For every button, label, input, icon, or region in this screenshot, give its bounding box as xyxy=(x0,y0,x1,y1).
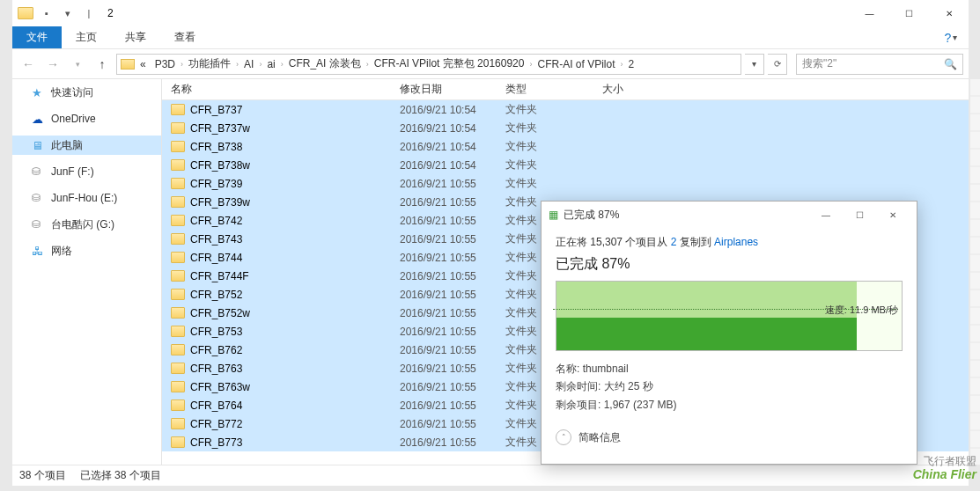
table-row[interactable]: CFR_B738w2016/9/21 10:54文件夹 xyxy=(162,156,969,174)
details-label: 简略信息 xyxy=(578,430,621,445)
copy-mid: 复制到 xyxy=(676,236,714,248)
file-name: CFR_B737w xyxy=(190,122,250,135)
sidebar-item-onedrive[interactable]: ☁OneDrive xyxy=(12,109,161,128)
info-label: 名称: xyxy=(556,363,583,375)
file-name: CFR_B772 xyxy=(190,418,242,430)
crumb[interactable]: CFR-AI VPilot 完整包 20160920 xyxy=(371,56,528,71)
chevron-right-icon: › xyxy=(366,60,369,69)
sidebar-item-disk-e[interactable]: ⛁JunF-Hou (E:) xyxy=(12,188,161,208)
folder-icon xyxy=(121,59,135,70)
navbar: ← → ▾ ↑ « P3D› 功能插件› AI› ai› CFR_AI 涂装包›… xyxy=(12,49,969,79)
details-toggle[interactable]: ˄ 简略信息 xyxy=(556,429,903,445)
sidebar-item-label: JunF-Hou (E:) xyxy=(51,192,117,204)
forward-button[interactable]: → xyxy=(42,54,63,75)
file-date: 2016/9/21 10:55 xyxy=(391,381,497,393)
copy-dest-link[interactable]: Airplanes xyxy=(714,236,758,248)
help-button[interactable]: ? ▾ xyxy=(933,26,969,48)
tab-view[interactable]: 查看 xyxy=(160,26,210,48)
folder-icon xyxy=(171,141,185,152)
file-date: 2016/9/21 10:55 xyxy=(391,289,497,301)
chevron-right-icon: › xyxy=(621,60,623,69)
background-strip xyxy=(970,79,980,465)
table-row[interactable]: CFR_B7392016/9/21 10:55文件夹 xyxy=(162,174,969,193)
help-icon: ? xyxy=(945,31,952,45)
tab-share[interactable]: 共享 xyxy=(111,26,160,48)
sidebar-item-disk-f[interactable]: ⛁JunF (F:) xyxy=(12,162,161,181)
qat-sep: | xyxy=(79,4,99,23)
ribbon: 文件 主页 共享 查看 ? ▾ xyxy=(12,26,969,49)
search-placeholder: 搜索"2" xyxy=(802,56,836,71)
folder-icon xyxy=(171,418,185,429)
table-row[interactable]: CFR_B7372016/9/21 10:54文件夹 xyxy=(162,100,969,119)
sidebar-item-quickaccess[interactable]: ★快速访问 xyxy=(12,83,161,102)
disk-icon: ⛁ xyxy=(32,192,46,204)
crumb[interactable]: ai xyxy=(263,58,278,70)
file-type: 文件夹 xyxy=(497,176,593,191)
address-bar[interactable]: « P3D› 功能插件› AI› ai› CFR_AI 涂装包› CFR-AI … xyxy=(116,54,741,75)
sidebar-item-label: 此电脑 xyxy=(51,138,83,153)
dialog-maximize[interactable]: ☐ xyxy=(843,203,876,226)
qat-dropdown[interactable]: ▾ xyxy=(58,4,77,23)
sidebar-item-thispc[interactable]: 🖥此电脑 xyxy=(12,136,161,155)
sidebar-item-disk-g[interactable]: ⛁台电酷闪 (G:) xyxy=(12,215,161,234)
status-selected: 已选择 38 个项目 xyxy=(80,468,161,483)
table-row[interactable]: CFR_B7382016/9/21 10:54文件夹 xyxy=(162,137,969,156)
col-size[interactable]: 大小 xyxy=(593,79,699,99)
file-date: 2016/9/21 10:55 xyxy=(391,307,497,319)
col-type[interactable]: 类型 xyxy=(497,79,593,99)
dialog-info: 名称: thumbnail 剩余时间: 大约 25 秒 剩余项目: 1,967 … xyxy=(556,360,903,414)
folder-icon xyxy=(171,104,185,115)
file-name: CFR_B743 xyxy=(190,233,242,246)
table-row[interactable]: CFR_B737w2016/9/21 10:54文件夹 xyxy=(162,119,969,137)
file-date: 2016/9/21 10:55 xyxy=(391,270,497,282)
chevron-right-icon: › xyxy=(281,60,284,69)
col-name[interactable]: 名称 xyxy=(162,79,391,99)
file-name: CFR_B752w xyxy=(190,307,250,319)
file-name: CFR_B753 xyxy=(190,326,242,338)
file-type: 文件夹 xyxy=(497,158,593,172)
maximize-button[interactable]: ☐ xyxy=(889,0,929,26)
chevron-down-icon: ▾ xyxy=(953,33,957,42)
dialog-titlebar[interactable]: ▦ 已完成 87% — ☐ ✕ xyxy=(542,202,917,228)
crumb[interactable]: 功能插件 xyxy=(185,56,234,71)
chevron-up-icon: ˄ xyxy=(556,429,571,445)
chevron-right-icon: › xyxy=(236,60,239,69)
file-name: CFR_B764 xyxy=(190,399,242,412)
address-dropdown[interactable]: ▾ xyxy=(745,54,764,75)
disk-icon: ⛁ xyxy=(32,218,46,231)
tab-home[interactable]: 主页 xyxy=(62,26,111,48)
file-date: 2016/9/21 10:55 xyxy=(391,252,497,264)
crumb[interactable]: AI xyxy=(240,58,257,70)
crumb[interactable]: « xyxy=(136,58,150,70)
dialog-minimize[interactable]: — xyxy=(809,203,843,226)
file-date: 2016/9/21 10:55 xyxy=(391,233,497,246)
refresh-button[interactable]: ⟳ xyxy=(768,54,787,75)
sidebar-item-network[interactable]: 🖧网络 xyxy=(12,241,161,260)
qat-item[interactable]: ▪ xyxy=(37,4,56,23)
dialog-close[interactable]: ✕ xyxy=(876,203,910,226)
chevron-right-icon: › xyxy=(181,60,183,69)
file-date: 2016/9/21 10:55 xyxy=(391,399,497,412)
up-button[interactable]: ↑ xyxy=(92,54,113,75)
minimize-button[interactable]: — xyxy=(850,0,889,26)
copy-dialog: ▦ 已完成 87% — ☐ ✕ 正在将 15,307 个项目从 2 复制到 Ai… xyxy=(541,201,917,465)
file-name: CFR_B739 xyxy=(190,178,242,190)
crumb[interactable]: P3D xyxy=(151,58,179,70)
crumb[interactable]: CFR-AI of VPilot xyxy=(534,58,618,70)
close-button[interactable]: ✕ xyxy=(929,0,969,26)
file-name: CFR_B773 xyxy=(190,436,242,449)
info-value: 大约 25 秒 xyxy=(604,380,653,392)
crumb[interactable]: CFR_AI 涂装包 xyxy=(285,56,365,71)
file-name: CFR_B763w xyxy=(190,381,250,393)
file-date: 2016/9/21 10:54 xyxy=(391,159,497,172)
file-name: CFR_B738w xyxy=(190,159,250,172)
file-name: CFR_B738 xyxy=(190,141,242,153)
search-input[interactable]: 搜索"2" 🔍 xyxy=(796,54,963,75)
file-name: CFR_B742 xyxy=(190,215,242,227)
col-date[interactable]: 修改日期 xyxy=(391,79,497,99)
back-button[interactable]: ← xyxy=(18,54,39,75)
recent-dropdown[interactable]: ▾ xyxy=(67,54,88,75)
crumb[interactable]: 2 xyxy=(625,58,638,70)
search-icon: 🔍 xyxy=(944,58,957,70)
file-tab[interactable]: 文件 xyxy=(12,26,62,48)
